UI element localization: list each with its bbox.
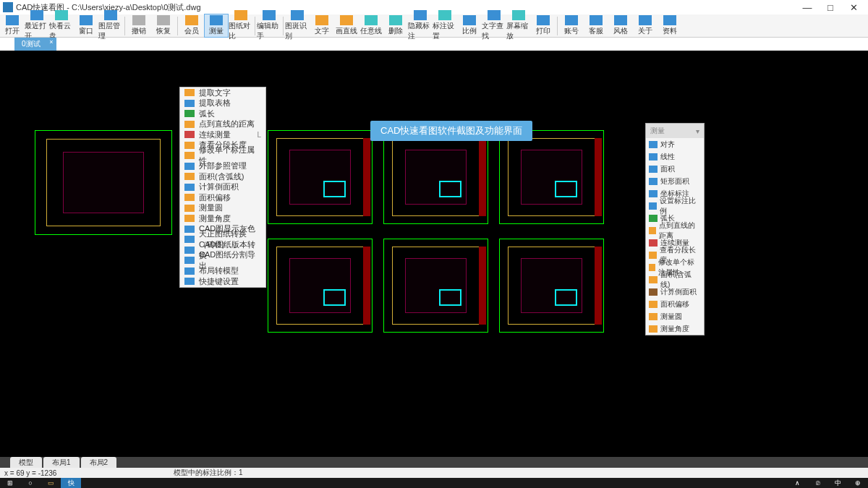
menu-item[interactable]: 测量角度 (180, 213, 265, 224)
toolbar-vip[interactable]: 会员 (179, 14, 204, 37)
toolbar-delete[interactable]: 删除 (383, 14, 408, 37)
minimize-button[interactable]: — (796, 2, 819, 13)
panel-item[interactable]: 面积 (646, 163, 704, 175)
menu-item-icon (184, 226, 195, 233)
menu-item[interactable]: 弧长 (180, 108, 265, 119)
menu-item[interactable]: 面积偏移 (180, 192, 265, 203)
delete-icon (389, 15, 402, 25)
drawing-thumbnail[interactable] (383, 239, 488, 333)
banner-label: CAD快速看图软件截图及功能界面 (370, 121, 532, 141)
vip-icon (185, 15, 198, 25)
menu-item[interactable]: 计算倒面积 (180, 182, 265, 193)
toolbar-account[interactable]: 账号 (559, 14, 584, 37)
toolbar-scale[interactable]: 屏幕缩放 (506, 9, 531, 42)
measure-icon (210, 15, 223, 25)
document-tab-label: 0测试 (22, 40, 41, 48)
tray-icon[interactable]: ∧ (787, 478, 807, 488)
panel-item[interactable]: 计算倒面积 (646, 286, 704, 298)
toolbar-about[interactable]: 关于 (633, 14, 658, 37)
toolbar-compare[interactable]: 图纸对比 (229, 9, 253, 42)
menu-item[interactable]: 提取表格 (180, 98, 265, 109)
toolbar-undo[interactable]: 撤销 (127, 14, 151, 37)
toolbar-layer[interactable]: 图层管理 (98, 9, 123, 42)
open-icon (6, 15, 19, 25)
menu-item[interactable]: 提取文字 (180, 87, 265, 98)
toolbar-service[interactable]: 客服 (584, 14, 608, 37)
menu-item-icon (184, 236, 195, 243)
drawing-thumbnail[interactable] (383, 130, 488, 224)
panel-item[interactable]: 矩形面积 (646, 175, 704, 187)
print-icon (537, 15, 550, 25)
taskbar-search-icon[interactable]: ○ (20, 478, 41, 488)
menu-item[interactable]: 点到直线的距离 (180, 119, 265, 130)
ime-icon[interactable]: 中 (827, 478, 848, 488)
layout-tab[interactable]: 模型 (10, 457, 42, 468)
drawing-thumbnail[interactable] (35, 130, 172, 235)
toolbar-window[interactable]: 窗口 (74, 14, 98, 37)
panel-item-icon (649, 313, 658, 320)
tab-close-icon[interactable]: × (49, 38, 53, 46)
toolbar-open[interactable]: 打开 (0, 14, 25, 37)
layout-tab[interactable]: 布局2 (81, 457, 117, 468)
panel-item[interactable]: 面积(含弧线) (646, 273, 704, 286)
recent-icon (30, 10, 43, 20)
panel-item[interactable]: 设置标注比例 (646, 200, 704, 212)
toolbar-style[interactable]: 风格 (608, 14, 633, 37)
ratio-icon (463, 15, 476, 25)
panel-item[interactable]: 对齐 (646, 138, 704, 150)
menu-item[interactable]: 测量圆 (180, 203, 265, 214)
menu-item-icon (184, 267, 195, 275)
taskbar-app-icon[interactable]: 快 (61, 478, 81, 488)
toolbar-ratio[interactable]: 比例 (457, 14, 482, 37)
panel-item[interactable]: 点到直线的距离 (646, 224, 704, 236)
drawing-canvas[interactable]: 提取文字提取表格弧长点到直线的距离连续测量L查看分段长度修改单个标注属性外部参照… (0, 51, 868, 466)
toolbar-imgrec[interactable]: 图斑识别 (285, 9, 310, 42)
menu-item-icon (184, 110, 195, 117)
toolbar-measure[interactable]: 测量 (204, 14, 229, 38)
taskbar-explorer-icon[interactable]: ▭ (41, 478, 61, 488)
layout-tabs: 模型布局1布局2 (0, 457, 868, 468)
menu-item-icon (184, 184, 195, 191)
menu-item[interactable]: 外部参照管理 (180, 161, 265, 172)
about-icon (639, 15, 652, 25)
drawing-thumbnail[interactable] (268, 239, 373, 333)
panel-item[interactable]: 面积偏移 (646, 298, 704, 310)
maximize-button[interactable]: □ (819, 2, 842, 13)
drawing-thumbnail[interactable] (499, 239, 604, 333)
text-icon (315, 15, 328, 25)
menu-item[interactable]: 面积(含弧线) (180, 171, 265, 182)
toolbar-print[interactable]: 打印 (531, 14, 556, 37)
drawing-thumbnail[interactable] (268, 130, 373, 224)
toolbar-annset[interactable]: 标注设置 (433, 9, 457, 42)
toolbar-redo[interactable]: 恢复 (151, 14, 176, 37)
layout-tab[interactable]: 布局1 (43, 457, 80, 468)
toolbar-material[interactable]: 资料 (658, 14, 682, 37)
toolbar-hide[interactable]: 隐藏标注 (408, 9, 433, 42)
close-button[interactable]: ✕ (842, 2, 865, 13)
menu-item[interactable]: 快捷键设置 (180, 276, 265, 287)
panel-item[interactable]: 测量角度 (646, 322, 704, 335)
drawing-thumbnail[interactable] (499, 130, 604, 224)
menu-item[interactable]: 连续测量L (180, 129, 265, 140)
panel-item[interactable]: 线性 (646, 150, 704, 163)
menu-item[interactable]: 布局转模型 (180, 266, 265, 277)
panel-item[interactable]: 测量圆 (646, 310, 704, 322)
toolbar-edit[interactable]: 编辑助手 (257, 9, 281, 42)
main-toolbar: 打开最近打开快看云盘窗口图层管理撤销恢复会员测量图纸对比编辑助手图斑识别文字画直… (0, 14, 868, 38)
menu-item[interactable]: 修改单个标注属性 (180, 150, 265, 161)
style-icon (614, 15, 627, 25)
panel-item-icon (649, 153, 658, 160)
toolbar-line[interactable]: 画直线 (334, 14, 359, 37)
menu-item[interactable]: CAD图纸分割导出 (180, 255, 265, 266)
toolbar-text[interactable]: 文字 (310, 14, 334, 37)
document-tab[interactable]: 0测试 × (14, 38, 56, 51)
toolbar-find[interactable]: 文字查找 (482, 9, 506, 42)
chevron-down-icon[interactable]: ▾ (696, 127, 699, 135)
panel-item-icon (649, 227, 656, 234)
windows-taskbar: ⊞ ○ ▭ 快 ∧ ⎚ 中 ⊕ (0, 478, 868, 488)
menu-item-icon (184, 247, 195, 254)
toolbar-anyline[interactable]: 任意线 (359, 14, 383, 37)
start-button[interactable]: ⊞ (0, 478, 20, 488)
tray-icon[interactable]: ⊕ (848, 478, 868, 488)
tray-icon[interactable]: ⎚ (807, 478, 827, 488)
